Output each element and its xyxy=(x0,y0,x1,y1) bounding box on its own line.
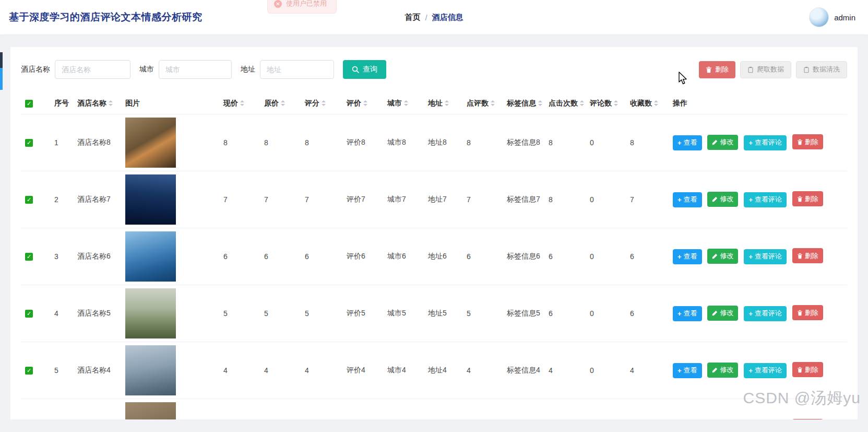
cell-review: 评价5 xyxy=(342,285,383,342)
delete-button[interactable]: 删除 xyxy=(792,419,823,419)
column-header[interactable]: 酒店名称 xyxy=(73,93,121,114)
cell-original-price: 5 xyxy=(260,285,301,342)
column-label: 原价 xyxy=(264,99,279,107)
edit-button[interactable]: 修改 xyxy=(707,363,738,378)
delete-button[interactable]: 删除 xyxy=(792,362,823,377)
edit-button[interactable]: 修改 xyxy=(707,135,738,150)
cell-favorite-count: 7 xyxy=(626,171,669,228)
view-button[interactable]: +查看 xyxy=(673,363,702,378)
edit-button[interactable]: 修改 xyxy=(707,249,738,264)
city-input[interactable] xyxy=(159,60,232,79)
row-checkbox[interactable]: ✓ xyxy=(25,253,33,261)
username: admin xyxy=(834,13,855,22)
column-header[interactable]: 城市 xyxy=(383,93,424,114)
column-header[interactable]: 评价 xyxy=(342,93,383,114)
row-checkbox[interactable]: ✓ xyxy=(25,139,33,147)
cell-current-price: 6 xyxy=(219,228,260,285)
user-menu[interactable]: admin xyxy=(809,7,855,27)
address-input[interactable] xyxy=(260,60,334,79)
sort-icon[interactable] xyxy=(363,100,367,106)
hotel-name-input[interactable] xyxy=(55,60,130,79)
cell-comment-count: 5 xyxy=(462,285,503,342)
select-all-checkbox[interactable]: ✓ xyxy=(25,100,33,108)
view-button[interactable]: +查看 xyxy=(673,192,702,207)
cell-hotel-name: 酒店名称5 xyxy=(73,285,121,342)
delete-button[interactable]: 删除 xyxy=(792,305,823,320)
column-header[interactable]: 评分 xyxy=(301,93,342,114)
view-button[interactable]: +查看 xyxy=(673,249,702,264)
view-comments-button[interactable]: +查看评论 xyxy=(744,306,787,321)
sort-icon[interactable] xyxy=(538,100,542,106)
sort-icon[interactable] xyxy=(580,100,584,106)
edit-button[interactable]: 修改 xyxy=(707,192,738,207)
cell-current-price xyxy=(219,399,260,419)
cell-hotel-name xyxy=(73,399,121,419)
cell-click-count: 8 xyxy=(544,171,586,228)
table-row: ✓ 2 酒店名称7 7 7 7 评价7 城市7 地址7 7 标签信息7 8 0 … xyxy=(21,171,847,228)
table-header-row: ✓ 序号酒店名称图片现价原价评分评价城市地址点评数标签信息点击次数评论数收藏数操… xyxy=(21,93,847,114)
cell-review-count: 0 xyxy=(586,285,626,342)
sidebar-active-segment xyxy=(0,68,3,90)
view-comments-button[interactable]: +查看评论 xyxy=(744,363,787,378)
filter-hotel-name: 酒店名称 xyxy=(21,60,130,79)
breadcrumb-home[interactable]: 首页 xyxy=(405,13,420,22)
cell-original-price: 6 xyxy=(260,228,301,285)
data-clean-button[interactable]: 数据清洗 xyxy=(796,61,847,78)
edit-button[interactable]: 修改 xyxy=(707,306,738,321)
view-comments-button[interactable]: +查看评论 xyxy=(744,249,787,264)
cell-favorite-count xyxy=(626,399,669,419)
view-button[interactable]: +查看 xyxy=(673,306,702,321)
crawl-data-button[interactable]: 爬取数据 xyxy=(740,61,791,78)
plus-icon: + xyxy=(748,253,753,260)
column-header[interactable]: 标签信息 xyxy=(503,93,544,114)
view-button[interactable]: +查看 xyxy=(673,135,702,150)
column-header[interactable]: 地址 xyxy=(424,93,462,114)
row-checkbox[interactable]: ✓ xyxy=(25,367,33,375)
breadcrumb: 首页 / 酒店信息 xyxy=(405,13,463,22)
view-comments-button[interactable]: +查看评论 xyxy=(744,192,787,207)
sidebar-collapsed-strip[interactable] xyxy=(0,52,3,90)
cell-city: 城市4 xyxy=(383,342,424,399)
delete-button[interactable]: 删除 xyxy=(792,191,823,206)
plus-icon: + xyxy=(677,139,682,146)
plus-icon: + xyxy=(677,310,682,317)
column-label: 收藏数 xyxy=(630,99,652,107)
night-skyline-photo xyxy=(125,174,176,225)
cell-tag-info: 标签信息8 xyxy=(503,114,544,171)
search-button[interactable]: 查询 xyxy=(343,60,386,79)
cell-comment-count xyxy=(462,399,503,419)
building-photo xyxy=(125,402,176,420)
column-label: 酒店名称 xyxy=(77,99,106,107)
sort-icon[interactable] xyxy=(491,100,495,106)
row-checkbox[interactable]: ✓ xyxy=(25,196,33,204)
view-comments-button[interactable]: +查看评论 xyxy=(744,135,787,150)
sort-icon[interactable] xyxy=(404,100,408,106)
cell-tag-info xyxy=(503,399,544,419)
topbar: 基于深度学习的酒店评论文本情感分析研究 首页 / 酒店信息 admin xyxy=(0,0,868,34)
column-header[interactable]: 评论数 xyxy=(586,93,626,114)
cell-review: 评价6 xyxy=(342,228,383,285)
bulk-delete-button[interactable]: 删除 xyxy=(699,61,735,78)
sort-icon[interactable] xyxy=(445,100,449,106)
column-header[interactable]: 点击次数 xyxy=(544,93,586,114)
cell-comment-count: 7 xyxy=(462,171,503,228)
breadcrumb-current[interactable]: 酒店信息 xyxy=(432,13,463,22)
column-header[interactable]: 收藏数 xyxy=(626,93,669,114)
column-header[interactable]: 现价 xyxy=(219,93,260,114)
sort-icon[interactable] xyxy=(322,100,326,106)
column-header[interactable]: 原价 xyxy=(260,93,301,114)
column-header[interactable]: 点评数 xyxy=(462,93,503,114)
plus-icon: + xyxy=(748,367,753,374)
delete-button[interactable]: 删除 xyxy=(792,134,823,149)
cell-tag-info: 标签信息6 xyxy=(503,228,544,285)
column-label: 评价 xyxy=(347,99,361,107)
user-avatar[interactable] xyxy=(809,7,829,27)
sort-icon[interactable] xyxy=(109,100,113,106)
cell-index: 1 xyxy=(50,114,73,171)
delete-button[interactable]: 删除 xyxy=(792,248,823,263)
sort-icon[interactable] xyxy=(654,100,658,106)
sort-icon[interactable] xyxy=(614,100,618,106)
row-checkbox[interactable]: ✓ xyxy=(25,310,33,318)
sort-icon[interactable] xyxy=(281,100,285,106)
sort-icon[interactable] xyxy=(240,100,244,106)
